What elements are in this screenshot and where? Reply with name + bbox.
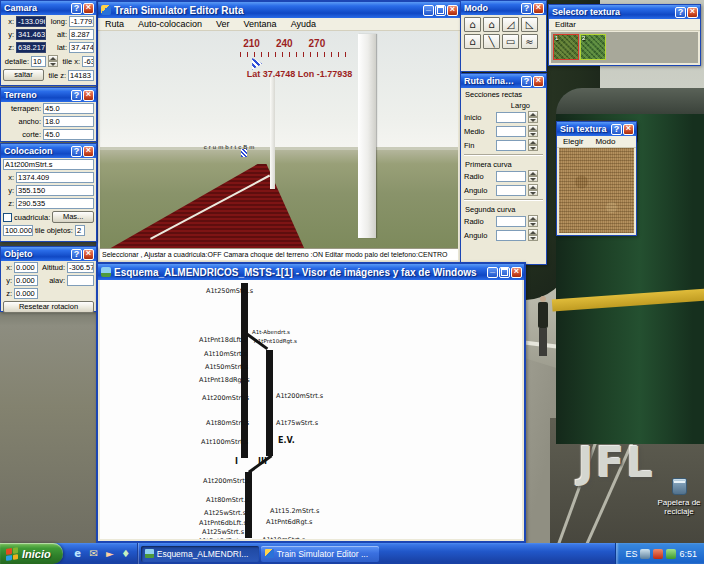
close-icon[interactable] (533, 3, 544, 14)
close-icon[interactable] (83, 3, 94, 14)
curve1-radius-field[interactable] (496, 171, 526, 182)
media-player-icon[interactable]: ► (103, 547, 117, 561)
menu-ver[interactable]: Ver (209, 19, 237, 29)
width-field[interactable]: 18.0 (43, 116, 94, 127)
curve2-radius-spinner[interactable] (528, 215, 538, 227)
close-icon[interactable] (83, 249, 94, 260)
more-button[interactable]: Mas... (52, 211, 94, 223)
slope-tool[interactable]: ╲ (483, 34, 500, 49)
maximize-icon[interactable] (499, 267, 510, 278)
no-texture-titlebar[interactable]: Sin textura (557, 122, 636, 136)
embankment-field[interactable]: 45.0 (43, 103, 94, 114)
tile-objects-field[interactable]: 2 (75, 225, 85, 236)
camera-long-field[interactable]: -1.77937 (69, 16, 94, 27)
menu-modo[interactable]: Modo (589, 137, 621, 146)
maximize-icon[interactable] (435, 5, 446, 16)
help-icon[interactable] (71, 90, 82, 101)
elev-field[interactable] (67, 275, 94, 286)
help-icon[interactable] (71, 3, 82, 14)
camera-y-field[interactable]: 341.463 (16, 29, 46, 40)
object-z-field[interactable]: 0.000 (14, 288, 38, 299)
network-tray-icon[interactable] (640, 549, 650, 559)
ramp-right-tool[interactable]: ◿ (502, 17, 519, 32)
menu-editar[interactable]: Editar (549, 20, 582, 29)
curve2-radius-field[interactable] (496, 216, 526, 227)
end-spinner[interactable] (528, 139, 538, 151)
tile-z-field[interactable]: 14183 (68, 70, 94, 81)
recycle-bin-label[interactable]: Papelera de reciclaje (647, 498, 704, 516)
curve1-angle-spinner[interactable] (528, 184, 538, 196)
help-icon[interactable] (71, 249, 82, 260)
building-tool[interactable]: ⌂ (483, 17, 500, 32)
recycle-bin-icon[interactable] (672, 478, 687, 495)
close-icon[interactable] (511, 267, 522, 278)
end-field[interactable] (496, 140, 526, 151)
placement-y-field[interactable]: 355.150 (16, 185, 94, 196)
antivirus-tray-icon[interactable] (653, 549, 663, 559)
camera-z-field[interactable]: 638.217 (16, 42, 46, 53)
help-icon[interactable] (521, 3, 532, 14)
close-icon[interactable] (447, 5, 458, 16)
messenger-icon[interactable]: ♦ (119, 547, 133, 561)
curve2-angle-spinner[interactable] (528, 229, 538, 241)
help-icon[interactable] (675, 7, 686, 18)
mode-titlebar[interactable]: Modo (461, 1, 546, 15)
start-button[interactable]: Inicio (0, 543, 63, 564)
camera-x-field[interactable]: -133.096 (16, 16, 46, 27)
middle-field[interactable] (496, 126, 526, 137)
close-icon[interactable] (83, 90, 94, 101)
scale-field[interactable]: 100.000 (3, 225, 33, 236)
help-icon[interactable] (521, 76, 532, 87)
grid-checkbox[interactable] (3, 213, 12, 222)
start-field[interactable] (496, 112, 526, 123)
help-icon[interactable] (71, 146, 82, 157)
internet-explorer-icon[interactable]: e (71, 547, 85, 561)
camera-titlebar[interactable]: Camara (1, 1, 96, 15)
viewer-titlebar[interactable]: Esquema_ALMENDRICOS_MSTS-1[1] - Visor de… (98, 264, 524, 280)
camera-alt-field[interactable]: 8.287 (69, 29, 94, 40)
menu-ventana[interactable]: Ventana (237, 19, 284, 29)
task-button-esquema[interactable]: Esquema_ALMENDRI... (141, 546, 259, 562)
detail-field[interactable]: 10 (31, 56, 46, 67)
jump-button[interactable]: saltar (3, 69, 44, 81)
water-tool[interactable]: ≈ (521, 34, 538, 49)
3d-viewport[interactable]: 210 240 270 Lat 37.4748 Lon -1.77938 cru… (100, 31, 458, 248)
close-icon[interactable] (533, 76, 544, 87)
close-icon[interactable] (687, 7, 698, 18)
curve1-radius-spinner[interactable] (528, 170, 538, 182)
mail-icon[interactable]: ✉ (87, 547, 101, 561)
texture-tile-2[interactable]: 2 (581, 35, 605, 59)
altitude-field[interactable]: -306.578 (67, 262, 94, 273)
close-icon[interactable] (83, 146, 94, 157)
object-x-field[interactable]: 0.000 (14, 262, 38, 273)
house-tool[interactable]: ⌂ (464, 34, 481, 49)
cut-field[interactable]: 45.0 (43, 129, 94, 140)
terrain-house-tool[interactable]: ⌂ (464, 17, 481, 32)
placement-x-field[interactable]: 1374.409 (16, 172, 94, 183)
reset-rotation-button[interactable]: Resetear rotacion (3, 301, 94, 313)
object-y-field[interactable]: 0.000 (14, 275, 38, 286)
detail-spinner[interactable] (48, 55, 58, 67)
terrain-titlebar[interactable]: Terreno (1, 88, 96, 102)
menu-auto-colocacion[interactable]: Auto-colocacion (131, 19, 209, 29)
minimize-icon[interactable] (487, 267, 498, 278)
help-icon[interactable] (611, 124, 622, 135)
close-icon[interactable] (623, 124, 634, 135)
curve2-angle-field[interactable] (496, 230, 526, 241)
task-button-editor[interactable]: Train Simulator Editor ... (261, 546, 379, 562)
ramp-left-tool[interactable]: ◺ (521, 17, 538, 32)
language-indicator[interactable]: ES (625, 549, 637, 559)
object-name-field[interactable]: A1t200mStrt.s (3, 159, 94, 170)
dynamic-track-titlebar[interactable]: Ruta dinamica (461, 74, 546, 88)
menu-ayuda[interactable]: Ayuda (284, 19, 323, 29)
texture-selector-titlebar[interactable]: Selector textura (549, 5, 700, 19)
menu-ruta[interactable]: Ruta (98, 19, 131, 29)
volume-tray-icon[interactable] (666, 549, 676, 559)
texture-tile-1[interactable]: 1 (554, 35, 578, 59)
placement-titlebar[interactable]: Colocacion (1, 144, 96, 158)
placement-z-field[interactable]: 290.535 (16, 198, 94, 209)
curve1-angle-field[interactable] (496, 185, 526, 196)
menu-elegir[interactable]: Elegir (557, 137, 589, 146)
camera-lat-field[interactable]: 37.47481 (69, 42, 94, 53)
flatten-tool[interactable]: ▭ (502, 34, 519, 49)
